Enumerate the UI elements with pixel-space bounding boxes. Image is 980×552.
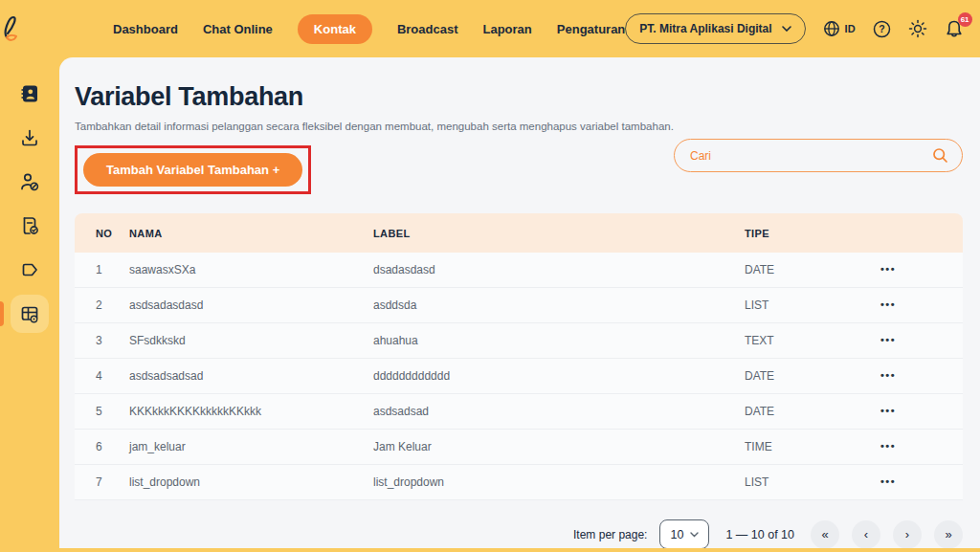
nav-chat-online[interactable]: Chat Online [203,22,273,36]
row-actions-menu-icon[interactable]: ••• [880,444,963,450]
table-body: 1 saawasxSXa dsadasdasd DATE ••• 2 asdsa… [75,253,963,500]
main-nav: Dashboard Chat Online Kontak Broadcast L… [113,14,625,44]
cell-tipe: DATE [745,405,880,418]
topbar: Dashboard Chat Online Kontak Broadcast L… [0,0,980,57]
import-icon [19,127,40,148]
items-per-page-value: 10 [670,528,683,541]
sun-icon [908,19,927,38]
cell-label: list_dropdown [373,475,745,489]
tag-icon [19,259,40,280]
search-input[interactable] [690,149,932,163]
theme-toggle[interactable] [908,19,927,38]
row-actions-menu-icon[interactable]: ••• [880,267,963,273]
cell-tipe: LIST [745,298,880,312]
cell-label: ahuahua [373,334,745,347]
sidebar-item-custom-fields[interactable] [11,295,49,333]
cell-no: 6 [75,440,129,453]
sidebar [0,57,59,552]
table-row: 1 saawasxSXa dsadasdasd DATE ••• [75,253,963,288]
table-row: 5 KKKkkkKKKKkkkkkKKkkk asdsadsad DATE ••… [75,394,963,430]
nav-broadcast[interactable]: Broadcast [397,22,458,36]
cell-no: 5 [75,405,129,418]
first-page-button[interactable]: « [811,520,839,549]
prev-page-button[interactable]: ‹ [852,520,880,549]
col-header-label: LABEL [373,228,745,239]
last-page-button[interactable]: » [934,520,963,549]
cell-no: 1 [75,263,129,276]
globe-icon [823,20,840,37]
topbar-actions: PT. Mitra Aplikasi Digital ID ? [625,12,980,45]
row-actions-menu-icon[interactable]: ••• [880,408,963,414]
cell-tipe: DATE [745,263,880,276]
cell-nama: SFsdkkskd [129,334,373,347]
pagination: Item per page: 10 1 — 10 of 10 « ‹ › » [75,519,963,549]
row-actions-menu-icon[interactable]: ••• [880,338,963,343]
cell-no: 4 [75,369,129,383]
next-page-button[interactable]: › [893,520,922,549]
notification-badge: 61 [958,12,972,27]
row-actions-menu-icon[interactable]: ••• [880,479,963,485]
cell-no: 2 [75,298,129,312]
active-indicator [0,301,4,326]
col-header-no: NO [75,228,129,239]
search-icon[interactable] [932,147,948,164]
language-label: ID [845,23,856,34]
table-row: 2 asdsadasdasd asddsda LIST ••• [75,288,963,323]
items-per-page-select[interactable]: 10 [659,519,709,549]
app-logo[interactable] [0,13,25,44]
pagination-controls: « ‹ › » [811,520,963,549]
cell-tipe: LIST [745,475,880,489]
cell-label: asddsda [373,298,745,312]
table-header: NO NAMA LABEL TIPE [75,213,963,253]
help-button[interactable]: ? [873,20,891,38]
cell-tipe: TIME [745,440,880,453]
nav-laporan[interactable]: Laporan [483,22,532,36]
company-selector-value: PT. Mitra Aplikasi Digital [639,22,771,35]
pagination-range: 1 — 10 of 10 [725,528,794,541]
chevron-down-icon [782,26,791,32]
company-selector[interactable]: PT. Mitra Aplikasi Digital [625,13,805,44]
cell-no: 7 [75,475,129,489]
cell-nama: list_dropdown [129,475,373,489]
col-header-tipe: TIPE [745,228,880,239]
nav-dashboard[interactable]: Dashboard [113,22,178,36]
col-header-nama: NAMA [129,228,373,239]
chevron-down-icon [690,532,699,538]
table-row: 7 list_dropdown list_dropdown LIST ••• [75,465,963,500]
page-description: Tambahkan detail informasi pelanggan sec… [75,121,963,132]
nav-kontak[interactable]: Kontak [298,14,372,44]
logo-icon [0,13,25,44]
sidebar-item-tags[interactable] [11,251,49,289]
cell-nama: jam_keluar [129,440,373,453]
row-actions-menu-icon[interactable]: ••• [880,373,963,379]
contact-book-icon [19,83,40,104]
table-row: 6 jam_keluar Jam Keluar TIME ••• [75,430,963,465]
sidebar-item-contacts[interactable] [11,75,49,113]
sidebar-item-pending-documents[interactable] [11,207,49,245]
add-variable-button[interactable]: Tambah Variabel Tambahan + [83,153,302,187]
notifications-button[interactable]: 61 [945,19,964,39]
main-content: Variabel Tambahan Tambahkan detail infor… [59,57,980,548]
cell-nama: asdsadasdasd [129,298,373,312]
help-icon: ? [873,20,891,38]
variables-table: NO NAMA LABEL TIPE 1 saawasxSXa dsadasda… [75,213,963,500]
cell-nama: saawasxSXa [129,263,373,276]
nav-pengaturan[interactable]: Pengaturan [557,22,626,36]
cell-no: 3 [75,334,129,347]
custom-fields-icon [19,303,40,324]
table-row: 3 SFsdkkskd ahuahua TEXT ••• [75,323,963,359]
row-actions-menu-icon[interactable]: ••• [880,302,963,308]
cell-label: dddddddddddd [373,369,745,383]
cell-nama: asdsadsadsad [129,369,373,383]
blocked-contact-icon [19,171,40,192]
language-switcher[interactable]: ID [823,20,856,37]
sidebar-item-blocked-contacts[interactable] [11,163,49,201]
sidebar-item-import[interactable] [11,119,49,157]
items-per-page-label: Item per page: [573,528,647,541]
cell-label: Jam Keluar [373,440,745,453]
page-title: Variabel Tambahan [75,82,963,112]
bottom-accent-strip [0,548,980,552]
cell-label: dsadasdasd [373,263,745,276]
search-box [674,139,963,172]
annotation-highlight-box: Tambah Variabel Tambahan + [75,145,311,194]
